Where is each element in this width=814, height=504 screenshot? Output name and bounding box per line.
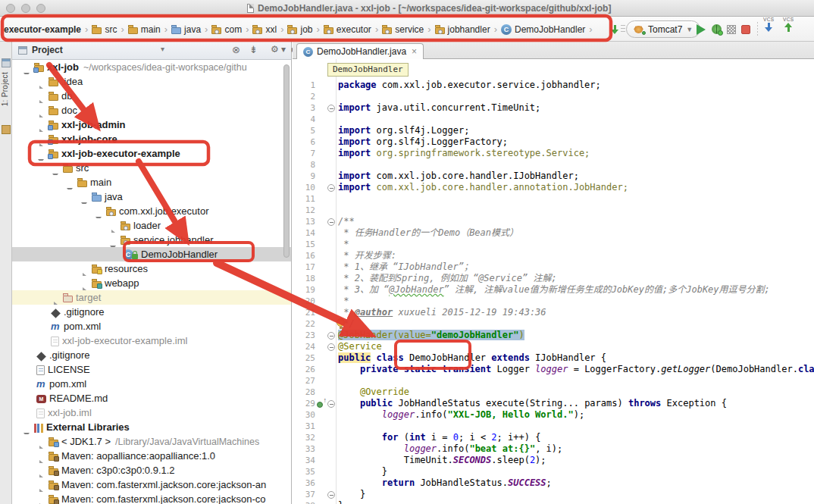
tree-row-xxl-job-executor-example-iml[interactable]: xxl-job-executor-example.iml: [12, 333, 291, 348]
tree-row-doc[interactable]: doc: [12, 103, 291, 117]
fold-marker-icon[interactable]: [326, 341, 336, 352]
code-line-33[interactable]: logger.info("beat at:{}", i);: [338, 443, 562, 455]
gutter-row[interactable]: 11: [293, 193, 336, 205]
fold-marker-icon[interactable]: [326, 182, 336, 193]
tree-row-readme-md[interactable]: MREADME.md: [12, 391, 291, 405]
gutter-row[interactable]: 29: [293, 398, 336, 409]
gutter-row[interactable]: 20: [293, 296, 336, 307]
gutter-row[interactable]: 36: [293, 477, 336, 489]
code-line-10[interactable]: import com.xxl.job.core.handler.annotati…: [338, 182, 628, 193]
toolwindow-icon[interactable]: [2, 125, 11, 134]
code-line-15[interactable]: *: [338, 239, 349, 250]
tree-row--gitignore[interactable]: .gitignore: [12, 348, 291, 362]
tree-scrollbar-thumb[interactable]: [283, 64, 290, 258]
code-line-36[interactable]: return JobHandleStatus.SUCCESS;: [338, 477, 552, 489]
jump-to-navigation-icon[interactable]: [611, 17, 625, 42]
breadcrumb-item[interactable]: java: [171, 23, 202, 36]
tree-row-maven-c3p0-c3p0-0-9-1-2[interactable]: Maven: c3p0:c3p0:0.9.1.2: [12, 463, 291, 477]
code-line-3[interactable]: import java.util.concurrent.TimeUnit;: [338, 102, 540, 114]
tree-row-maven-com-fasterxml-jackson-core-jackson-co[interactable]: Maven: com.fasterxml.jackson.core:jackso…: [12, 492, 291, 504]
tree-row-src[interactable]: src: [12, 161, 291, 175]
gutter-row[interactable]: 23: [293, 330, 336, 341]
project-view-dropdown[interactable]: ▾: [161, 45, 164, 53]
gutter-row[interactable]: 31: [293, 421, 336, 432]
vcs-update-button[interactable]: VCS: [763, 17, 775, 42]
gutter-row[interactable]: 18: [293, 273, 336, 284]
tree-row-xxl-job-admin[interactable]: xxl-job-admin: [12, 117, 291, 132]
gutter-row[interactable]: 28: [293, 387, 336, 398]
gutter-row[interactable]: 5: [293, 125, 336, 136]
gutter-row[interactable]: 21: [293, 307, 336, 318]
gutter-row[interactable]: 34: [293, 455, 336, 466]
zoom-window-button[interactable]: [36, 4, 45, 13]
close-window-button[interactable]: [6, 4, 15, 13]
tree-row-db[interactable]: db: [12, 89, 291, 103]
code-line-19[interactable]: * 3、加 “@JobHander” 注解, 注解value值为新增任务生成的J…: [338, 284, 770, 296]
fold-marker-icon[interactable]: [326, 102, 336, 114]
gutter-row[interactable]: 27: [293, 375, 336, 387]
tree-row-target[interactable]: target: [12, 290, 291, 305]
breadcrumb-item[interactable]: job: [286, 23, 313, 36]
code-line-1[interactable]: package com.xxl.job.executor.service.job…: [338, 80, 601, 91]
tree-row-main[interactable]: main: [12, 175, 291, 189]
project-toolwindow-tab[interactable]: 1: Project: [1, 72, 9, 106]
tree-row-license[interactable]: LICENSE: [12, 362, 291, 377]
gutter-row[interactable]: 8: [293, 159, 336, 171]
close-tab-icon[interactable]: ×: [412, 46, 417, 57]
gutter-row[interactable]: 37: [293, 489, 336, 500]
run-configuration-selector[interactable]: Tomcat7 ▼: [626, 20, 700, 38]
tree-row-pom-xml[interactable]: mpom.xml: [12, 377, 291, 391]
gutter-row[interactable]: 35: [293, 466, 336, 477]
breadcrumb-item[interactable]: service: [381, 23, 424, 36]
breadcrumb-item[interactable]: xxl: [252, 23, 277, 36]
fold-marker-icon[interactable]: [326, 330, 336, 341]
fold-marker-icon[interactable]: [326, 489, 336, 500]
gutter-row[interactable]: 32: [293, 432, 336, 443]
gutter-row[interactable]: 1: [293, 80, 336, 91]
tree-row-pom-xml[interactable]: mpom.xml: [12, 319, 291, 333]
gutter-row[interactable]: 24: [293, 341, 336, 352]
gutter-row[interactable]: 17: [293, 261, 336, 273]
code-line-25[interactable]: public class DemoJobHandler extends IJob…: [338, 352, 606, 364]
breadcrumb-item[interactable]: com: [211, 23, 243, 36]
breadcrumb-item[interactable]: src: [91, 23, 117, 36]
coverage-button[interactable]: [727, 17, 736, 42]
tree-row-xxl-job-core[interactable]: xxl-job-core: [12, 132, 291, 146]
gutter-row[interactable]: 22: [293, 318, 336, 330]
tree-row-xxl-job-executor-example[interactable]: xxl-job-executor-example: [12, 146, 291, 161]
editor-tab-demojobhandler[interactable]: C DemoJobHandler.java ×: [296, 43, 424, 59]
tree-row-com-xxl-job-executor[interactable]: com.xxl.job.executor: [12, 204, 291, 218]
stop-button[interactable]: [741, 17, 750, 42]
tree-row-java[interactable]: java: [12, 189, 291, 204]
code-line-13[interactable]: /**: [338, 216, 355, 227]
intention-bulb-icon[interactable]: [337, 318, 345, 327]
breadcrumb-item[interactable]: jobhandler: [434, 23, 491, 36]
minimize-window-button[interactable]: [21, 4, 30, 13]
code-line-35[interactable]: }: [338, 466, 387, 477]
code-line-6[interactable]: import org.slf4j.LoggerFactory;: [338, 136, 508, 148]
tree-row-xxl-job-iml[interactable]: xxl-job.iml: [12, 405, 291, 420]
project-toolwindow-icon[interactable]: [2, 58, 11, 67]
tree-row-demojobhandler[interactable]: CDemoJobHandler: [12, 247, 291, 261]
code-line-16[interactable]: * 开发步骤:: [338, 250, 396, 261]
code-line-34[interactable]: TimeUnit.SECONDS.sleep(2);: [338, 455, 546, 466]
gutter-row[interactable]: 2: [293, 91, 336, 102]
code-line-37[interactable]: }: [338, 489, 365, 500]
tree-row--idea[interactable]: .idea: [12, 74, 291, 89]
breadcrumb-item[interactable]: executor: [323, 23, 372, 36]
gutter-row[interactable]: 25: [293, 352, 336, 364]
vcs-commit-button[interactable]: VCS: [783, 17, 794, 42]
code-line-32[interactable]: for (int i = 0; i < 2; i++) {: [338, 432, 540, 443]
code-line-7[interactable]: import org.springframework.stereotype.Se…: [338, 148, 590, 159]
collapse-all-button[interactable]: ⇟: [249, 44, 258, 55]
gutter-row[interactable]: 10: [293, 182, 336, 193]
tree-row-resources[interactable]: resources: [12, 261, 291, 276]
tree-row--gitignore[interactable]: .gitignore: [12, 305, 291, 319]
gutter-row[interactable]: 13: [293, 216, 336, 227]
breadcrumb-item[interactable]: executor-example: [3, 23, 82, 36]
code-line-23[interactable]: @JobHander(value="demoJobHandler"): [338, 330, 524, 341]
tree-row-xxl-job[interactable]: xxl-job~/workspaces/idea-git-workspace/g…: [12, 60, 291, 74]
gutter-row[interactable]: 6: [293, 136, 336, 148]
code-line-38[interactable]: }: [338, 500, 343, 504]
gutter-row[interactable]: 15: [293, 239, 336, 250]
